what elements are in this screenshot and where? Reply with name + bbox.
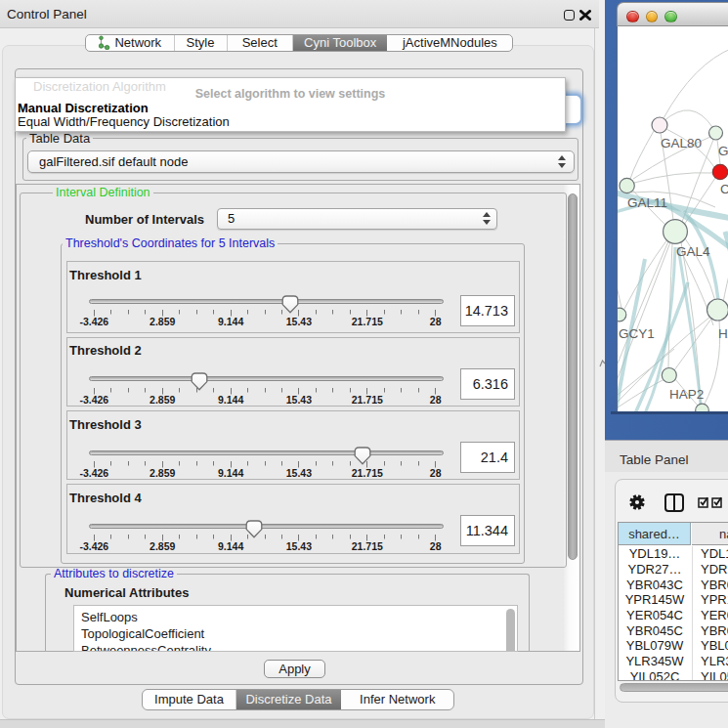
svg-text:21.715: 21.715 xyxy=(352,467,383,479)
svg-text:21.715: 21.715 xyxy=(352,316,383,327)
svg-text:28: 28 xyxy=(430,393,442,405)
svg-text:2.859: 2.859 xyxy=(150,393,175,405)
svg-text:21.715: 21.715 xyxy=(352,540,383,552)
svg-text:GAL2: GAL2 xyxy=(718,144,728,158)
svg-text:9.144: 9.144 xyxy=(218,467,243,479)
svg-text:9.144: 9.144 xyxy=(218,540,243,552)
svg-text:-3.426: -3.426 xyxy=(79,540,108,552)
svg-text:GAL11: GAL11 xyxy=(627,195,667,210)
svg-text:9.144: 9.144 xyxy=(218,316,243,327)
svg-text:15.43: 15.43 xyxy=(286,467,312,479)
svg-text:GCY1: GCY1 xyxy=(619,326,655,341)
svg-text:15.43: 15.43 xyxy=(286,316,312,327)
svg-text:28: 28 xyxy=(430,316,442,327)
svg-text:CYC: CYC xyxy=(720,182,728,196)
svg-text:21.715: 21.715 xyxy=(352,393,383,405)
svg-text:28: 28 xyxy=(430,467,442,479)
svg-text:2.859: 2.859 xyxy=(150,316,175,327)
svg-text:9.144: 9.144 xyxy=(218,393,243,405)
svg-text:GAL4: GAL4 xyxy=(676,244,710,259)
svg-text:-3.426: -3.426 xyxy=(79,467,108,479)
svg-text:2.859: 2.859 xyxy=(150,467,175,479)
svg-text:15.43: 15.43 xyxy=(286,393,312,405)
svg-text:28: 28 xyxy=(430,540,442,552)
svg-text:15.43: 15.43 xyxy=(286,540,312,552)
svg-text:GAL80: GAL80 xyxy=(661,136,702,150)
svg-text:-3.426: -3.426 xyxy=(79,316,108,327)
svg-text:-3.426: -3.426 xyxy=(79,393,108,405)
svg-text:2.859: 2.859 xyxy=(150,540,175,552)
svg-text:HAP2: HAP2 xyxy=(669,387,704,402)
svg-text:HAP4: HAP4 xyxy=(718,326,728,341)
